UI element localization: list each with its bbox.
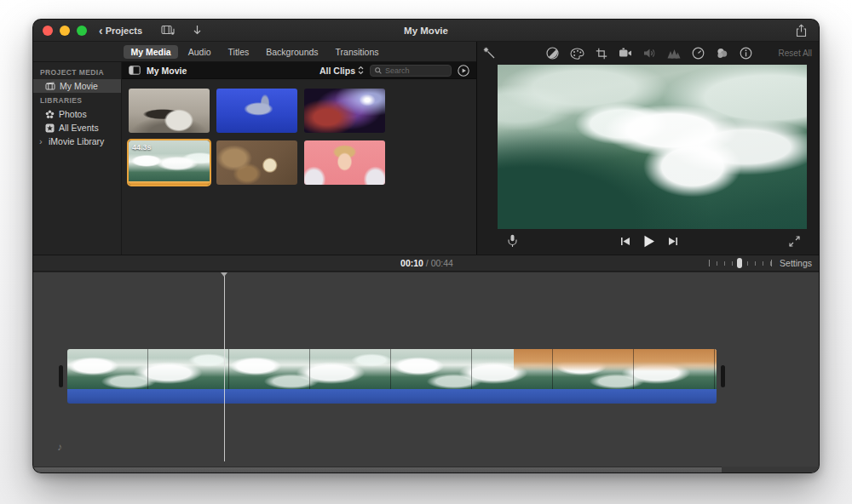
clip-trim-handle-left[interactable] — [59, 365, 63, 387]
tab-audio[interactable]: Audio — [181, 45, 218, 59]
current-time: 00:10 — [400, 258, 423, 268]
play-button[interactable] — [643, 235, 655, 248]
sidebar-toggle-icon[interactable] — [129, 66, 141, 75]
clip-filter-icon[interactable] — [716, 47, 728, 60]
disclosure-chevron-icon[interactable]: › — [39, 136, 44, 146]
timeline[interactable]: ♪ — [33, 272, 820, 473]
project-media-header: PROJECT MEDIA — [33, 65, 121, 79]
sidebar-item-label: All Events — [59, 123, 99, 133]
projects-back-button[interactable]: ‹ Projects — [99, 26, 142, 36]
tab-backgrounds[interactable]: Backgrounds — [259, 45, 325, 59]
playhead[interactable] — [224, 272, 225, 461]
clip-thumbnail-space-nebula[interactable] — [304, 89, 385, 133]
viewer-toolbar: Reset All — [477, 42, 820, 65]
photos-flower-icon — [45, 110, 55, 119]
filmstrip-frame-separators — [67, 349, 717, 389]
voiceover-mic-icon[interactable] — [508, 234, 517, 248]
color-correction-icon[interactable] — [570, 48, 584, 60]
clip-duration-badge: 44.3s — [132, 143, 152, 152]
clip-filmstrip — [67, 349, 717, 389]
enhance-wand-icon[interactable] — [483, 47, 496, 60]
zoom-window-button[interactable] — [77, 26, 87, 36]
skip-forward-button[interactable] — [668, 237, 678, 246]
project-media-icon — [45, 82, 55, 90]
info-icon[interactable] — [740, 47, 752, 60]
playback-controls — [477, 229, 820, 253]
sidebar-item-label: My Movie — [60, 81, 98, 91]
clip-thumbnail-underwater-animal[interactable] — [216, 89, 297, 133]
imovie-window: ‹ Projects My Movie — [32, 19, 820, 473]
timeline-zoom-slider[interactable] — [709, 258, 772, 268]
media-tabstrip: My Media Audio Titles Backgrounds Transi… — [33, 42, 476, 62]
media-grid: 44.3s — [122, 79, 476, 194]
fullscreen-icon[interactable] — [789, 236, 800, 247]
timecode: 00:10 / 00:44 — [400, 258, 453, 268]
browser-header: My Movie All Clips — [122, 62, 476, 79]
import-icon[interactable] — [193, 25, 202, 36]
all-clips-filter[interactable]: All Clips — [320, 66, 364, 76]
projects-back-label: Projects — [106, 26, 142, 36]
sidebar-item-imovie-library[interactable]: › iMovie Library — [33, 135, 121, 148]
search-icon — [375, 67, 382, 74]
background-music-icon: ♪ — [57, 441, 62, 453]
crop-icon[interactable] — [596, 48, 607, 60]
noise-reduction-icon[interactable] — [667, 49, 681, 59]
clip-thumbnail-ocean-wave[interactable]: 44.3s — [129, 140, 210, 185]
timeline-clip-ocean-wave[interactable] — [67, 349, 717, 404]
video-preview[interactable] — [498, 65, 807, 229]
search-input[interactable] — [385, 66, 446, 75]
playhead-marker — [221, 272, 227, 277]
zoom-slider-thumb[interactable] — [737, 258, 742, 268]
traffic-lights — [43, 26, 87, 36]
sidebar-item-label: iMovie Library — [49, 136, 104, 146]
tab-titles[interactable]: Titles — [222, 45, 256, 59]
timeline-bottom-bar-end — [722, 467, 820, 473]
search-field[interactable] — [370, 65, 452, 77]
media-browser-icon[interactable] — [161, 25, 176, 36]
close-window-button[interactable] — [43, 26, 53, 36]
clip-thumbnail-exercise-ball[interactable] — [129, 89, 210, 133]
volume-icon[interactable] — [643, 48, 656, 59]
timeline-bottom-bar — [33, 467, 820, 473]
sidebar: PROJECT MEDIA My Movie LIBRARIES — [33, 62, 122, 255]
viewer-pane: Reset All — [477, 42, 820, 255]
timeline-toolbar: 00:10 / 00:44 Settings — [33, 255, 820, 272]
chevron-up-down-icon — [358, 66, 364, 75]
clip-audio-waveform-bar[interactable] — [67, 389, 717, 404]
clip-thumbnail-food-table[interactable] — [216, 140, 297, 185]
sidebar-item-my-movie[interactable]: My Movie — [33, 79, 121, 93]
reset-all-button[interactable]: Reset All — [779, 49, 812, 58]
all-events-star-icon — [45, 123, 55, 133]
sidebar-item-label: Photos — [59, 109, 87, 119]
total-duration: 00:44 — [431, 258, 453, 268]
sidebar-item-photos[interactable]: Photos — [33, 107, 121, 121]
tab-my-media[interactable]: My Media — [124, 45, 177, 59]
sidebar-item-all-events[interactable]: All Events — [33, 121, 121, 135]
titlebar: ‹ Projects My Movie — [33, 20, 819, 42]
browser-title: My Movie — [147, 66, 187, 76]
timeline-settings-button[interactable]: Settings — [780, 258, 812, 268]
color-balance-icon[interactable] — [546, 47, 559, 60]
time-separator: / — [426, 258, 429, 268]
browser-column: My Movie All Clips — [122, 62, 476, 255]
share-icon[interactable] — [796, 24, 807, 37]
libraries-header: LIBRARIES — [33, 93, 121, 107]
chevron-left-icon: ‹ — [99, 26, 103, 35]
stabilization-icon[interactable] — [619, 48, 632, 59]
minimize-window-button[interactable] — [60, 26, 70, 36]
main-content: My Media Audio Titles Backgrounds Transi… — [33, 42, 820, 255]
filter-label: All Clips — [320, 66, 355, 76]
filmstrip-play-button[interactable] — [458, 65, 469, 77]
clip-trim-handle-right[interactable] — [721, 365, 725, 387]
window-title: My Movie — [33, 26, 819, 36]
media-browser-pane: My Media Audio Titles Backgrounds Transi… — [33, 42, 476, 255]
speed-icon[interactable] — [692, 47, 705, 60]
clip-thumbnail-woman-pink[interactable] — [304, 140, 385, 185]
selection-range-bar — [129, 181, 210, 185]
tab-transitions[interactable]: Transitions — [329, 45, 386, 59]
skip-back-button[interactable] — [620, 237, 630, 246]
